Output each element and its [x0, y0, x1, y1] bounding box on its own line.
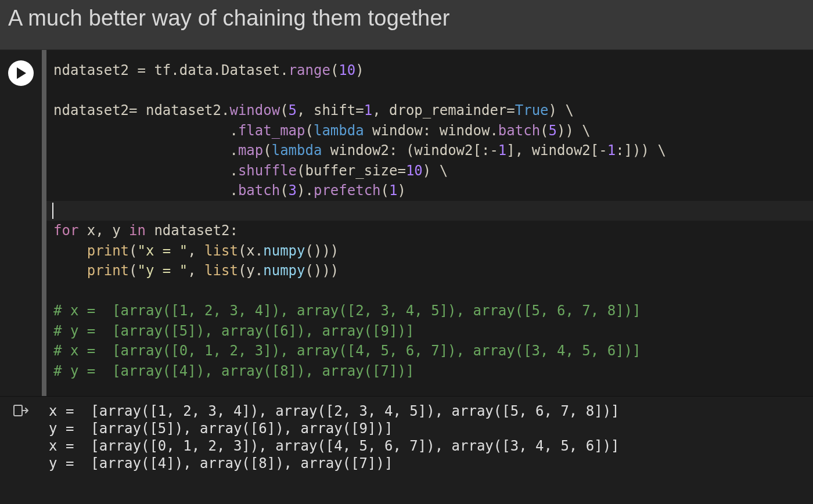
- code-editor[interactable]: ndataset2 = tf.data.Dataset.range(10) nd…: [46, 50, 813, 396]
- code-token: .: [53, 142, 238, 159]
- code-token: "x = ": [138, 243, 188, 259]
- code-token: ())): [305, 262, 339, 279]
- code-token: flat_map: [238, 123, 305, 139]
- code-token: window2: (window2[:: [322, 142, 490, 159]
- code-token: window: window: [364, 123, 490, 139]
- code-token: =: [397, 163, 405, 179]
- code-token: ndataset2: [53, 102, 129, 118]
- svg-marker-0: [17, 67, 26, 79]
- code-token: range: [289, 62, 330, 78]
- code-token: =: [138, 62, 146, 78]
- code-token: list: [204, 262, 238, 279]
- code-token: -: [599, 142, 607, 159]
- code-token: 5: [549, 123, 557, 139]
- code-token: .: [255, 262, 263, 279]
- output-line: y = [array([5]), array([6]), array([9])]: [49, 420, 393, 437]
- output-cell: x = [array([1, 2, 3, 4]), array([2, 3, 4…: [0, 397, 813, 479]
- output-line: y = [array([4]), array([8]), array([7])]: [49, 455, 393, 471]
- code-token: 3: [289, 182, 297, 199]
- code-token: .: [213, 62, 221, 78]
- code-token: tf: [146, 62, 171, 78]
- code-token: (x: [238, 243, 255, 259]
- output-line: x = [array([0, 1, 2, 3]), array([4, 5, 6…: [49, 438, 620, 454]
- code-token: ,: [188, 262, 204, 279]
- run-cell-button[interactable]: [8, 60, 34, 86]
- code-token: list: [204, 243, 238, 259]
- code-token: for: [53, 222, 78, 239]
- code-token: .: [53, 182, 238, 199]
- code-token: (: [330, 62, 339, 78]
- code-token: print: [87, 262, 129, 279]
- code-token: data: [179, 62, 213, 78]
- code-token: =: [355, 102, 364, 118]
- section-heading: A much better way of chaining them toget…: [8, 6, 805, 31]
- code-token: numpy: [263, 262, 305, 279]
- output-line: x = [array([1, 2, 3, 4]), array([2, 3, 4…: [49, 403, 620, 419]
- code-token: ): [355, 62, 364, 78]
- cell-focus-rail: [42, 50, 46, 396]
- code-token: .: [53, 123, 238, 139]
- code-token: ,: [188, 243, 204, 259]
- code-token: -: [490, 142, 498, 159]
- code-token: .: [221, 102, 229, 118]
- code-token: batch: [498, 123, 540, 139]
- code-token: shuffle: [238, 163, 297, 179]
- code-token: .: [490, 123, 498, 139]
- code-token: ndataset2: [138, 102, 222, 118]
- code-token: x, y: [78, 222, 129, 239]
- code-token: .: [255, 243, 263, 259]
- code-token: 1: [607, 142, 616, 159]
- code-token: Dataset: [221, 62, 280, 78]
- code-token: "y = ": [138, 262, 188, 279]
- code-token: print: [87, 243, 129, 259]
- code-token: 10: [406, 163, 423, 179]
- code-token: ) \: [549, 102, 574, 118]
- code-token: ], window2[: [506, 142, 599, 159]
- code-token: (buffer_size: [297, 163, 397, 179]
- code-token: 1: [364, 102, 372, 118]
- code-token: (: [280, 102, 288, 118]
- cell-gutter: [0, 50, 42, 396]
- code-token: .: [53, 163, 238, 179]
- code-comment: # x = [array([1, 2, 3, 4]), array([2, 3,…: [53, 303, 641, 319]
- output-icon: [13, 404, 28, 479]
- code-token: (: [129, 262, 137, 279]
- code-token: (: [540, 123, 548, 139]
- code-token: [53, 262, 87, 279]
- code-token: prefetch: [314, 182, 381, 199]
- code-token: window: [229, 102, 280, 118]
- output-gutter: [0, 397, 42, 479]
- code-token: map: [238, 142, 263, 159]
- code-token: ) \: [423, 163, 448, 179]
- code-token: ): [397, 182, 405, 199]
- stdout-output: x = [array([1, 2, 3, 4]), array([2, 3, 4…: [42, 397, 813, 479]
- code-token: (: [129, 243, 137, 259]
- code-cell: ndataset2 = tf.data.Dataset.range(10) nd…: [0, 50, 813, 397]
- code-token: lambda: [314, 123, 364, 139]
- code-token: (: [305, 123, 313, 139]
- code-comment: # y = [array([4]), array([8]), array([7]…: [53, 363, 414, 379]
- code-token: ).: [297, 182, 314, 199]
- svg-rect-1: [14, 405, 22, 416]
- code-token: ())): [305, 243, 339, 259]
- code-token: (: [263, 142, 271, 159]
- code-comment: # x = [array([0, 1, 2, 3]), array([4, 5,…: [53, 343, 641, 359]
- code-token: in: [129, 222, 146, 239]
- code-token: )) \: [557, 123, 591, 139]
- code-token: (: [381, 182, 389, 199]
- code-token: True: [515, 102, 549, 118]
- code-token: , shift: [297, 102, 355, 118]
- code-token: [53, 243, 87, 259]
- code-token: ndataset2: [53, 62, 138, 78]
- code-token: (: [280, 182, 288, 199]
- code-token: , drop_remainder: [372, 102, 506, 118]
- code-token: 5: [289, 102, 297, 118]
- code-token: batch: [238, 182, 280, 199]
- code-token: =: [129, 102, 137, 118]
- code-token: lambda: [272, 142, 322, 159]
- code-token: :])) \: [616, 142, 666, 159]
- code-token: numpy: [263, 243, 305, 259]
- code-token: 10: [339, 62, 355, 78]
- code-token: 1: [389, 182, 397, 199]
- code-token: (y: [238, 262, 255, 279]
